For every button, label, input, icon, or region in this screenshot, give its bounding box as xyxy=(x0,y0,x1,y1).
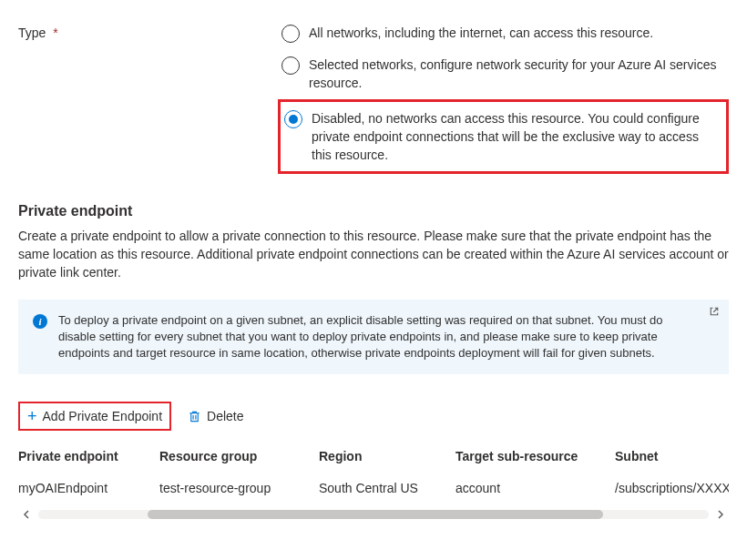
radio-all-networks[interactable]: All networks, including the internet, ca… xyxy=(278,18,729,48)
cell-target: account xyxy=(455,481,615,495)
cell-resource-group: test-resource-group xyxy=(159,481,319,495)
scroll-left-icon[interactable] xyxy=(18,510,35,519)
cell-region: South Central US xyxy=(319,481,455,495)
radio-circle-icon xyxy=(284,110,302,128)
cell-subnet: /subscriptions/XXXX- xyxy=(615,481,729,495)
private-endpoint-title: Private endpoint xyxy=(18,203,729,219)
type-label-text: Type xyxy=(18,25,46,40)
plus-icon: + xyxy=(27,410,37,423)
scroll-thumb[interactable] xyxy=(148,510,603,519)
required-marker: * xyxy=(53,25,57,40)
col-header-region[interactable]: Region xyxy=(319,449,455,463)
external-link-icon[interactable] xyxy=(709,305,720,316)
radio-label: All networks, including the internet, ca… xyxy=(309,24,653,42)
radio-circle-icon xyxy=(281,25,300,43)
radio-label: Selected networks, configure network sec… xyxy=(309,56,721,92)
col-header-target[interactable]: Target sub-resource xyxy=(455,449,615,463)
network-type-field: Type * All networks, including the inter… xyxy=(18,18,729,176)
private-endpoint-toolbar: + Add Private Endpoint Delete xyxy=(18,402,729,431)
delete-button-label: Delete xyxy=(207,409,243,423)
cell-private-endpoint: myOAIEndpoint xyxy=(18,481,159,495)
info-banner: i To deploy a private endpoint on a give… xyxy=(18,300,729,374)
radio-selected-networks[interactable]: Selected networks, configure network sec… xyxy=(278,50,729,97)
network-type-radio-group: All networks, including the internet, ca… xyxy=(278,18,729,176)
info-icon: i xyxy=(33,314,47,329)
private-endpoint-description: Create a private endpoint to allow a pri… xyxy=(18,227,729,281)
radio-disabled[interactable]: Disabled, no networks can access this re… xyxy=(278,99,729,174)
table-header-row: Private endpoint Resource group Region T… xyxy=(18,442,729,472)
trash-icon xyxy=(188,410,201,423)
col-header-resource-group[interactable]: Resource group xyxy=(159,449,319,463)
radio-label: Disabled, no networks can access this re… xyxy=(312,109,719,164)
private-endpoint-table: Private endpoint Resource group Region T… xyxy=(18,442,729,504)
col-header-private-endpoint[interactable]: Private endpoint xyxy=(18,449,159,463)
add-button-label: Add Private Endpoint xyxy=(43,409,163,423)
add-private-endpoint-button[interactable]: + Add Private Endpoint xyxy=(18,402,171,431)
scroll-track[interactable] xyxy=(38,510,709,519)
radio-circle-icon xyxy=(281,56,300,75)
horizontal-scrollbar[interactable] xyxy=(18,510,729,519)
type-label: Type * xyxy=(18,18,278,40)
scroll-right-icon[interactable] xyxy=(712,510,729,519)
col-header-subnet[interactable]: Subnet xyxy=(615,449,729,463)
delete-button[interactable]: Delete xyxy=(180,403,251,429)
info-banner-text: To deploy a private endpoint on a given … xyxy=(58,312,714,361)
table-row[interactable]: myOAIEndpoint test-resource-group South … xyxy=(18,472,729,504)
